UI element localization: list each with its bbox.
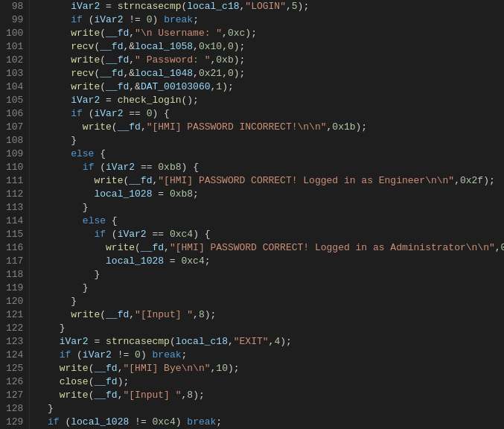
code-line-124: if (iVar2 != 0) break; (36, 349, 504, 362)
code-line-126: close(__fd); (36, 375, 504, 389)
line-num-127: 127 (6, 389, 23, 402)
code-line-112: local_1028 = 0xb8; (36, 188, 504, 201)
line-num-117: 117 (6, 255, 23, 268)
line-num-112: 112 (6, 188, 23, 201)
code-line-115: if (iVar2 == 0xc4) { (36, 228, 504, 241)
code-line-100: write(__fd,"\n Username: ",0xc); (36, 27, 504, 40)
line-num-111: 111 (6, 174, 23, 188)
line-num-120: 120 (6, 295, 23, 308)
line-num-116: 116 (6, 241, 23, 255)
code-line-117: local_1028 = 0xc4; (36, 255, 504, 268)
line-num-129: 129 (6, 416, 23, 429)
code-line-98: iVar2 = strncasecmp(local_c18,"LOGIN",5)… (36, 0, 504, 13)
code-line-102: write(__fd," Password: ",0xb); (36, 54, 504, 67)
code-line-99: if (iVar2 != 0) break; (36, 13, 504, 27)
line-num-115: 115 (6, 228, 23, 241)
line-num-122: 122 (6, 322, 23, 335)
code-line-127: write(__fd,"[Input] ",8); (36, 389, 504, 402)
code-viewer: 98 99 100 101 102 103 104 105 106 107 10… (0, 0, 504, 429)
line-num-104: 104 (6, 80, 23, 94)
code-line-120: } (36, 295, 504, 308)
line-num-124: 124 (6, 349, 23, 362)
line-num-128: 128 (6, 402, 23, 416)
line-num-100: 100 (6, 27, 23, 40)
line-num-99: 99 (6, 13, 23, 27)
line-num-110: 110 (6, 161, 23, 174)
code-line-106: if (iVar2 == 0) { (36, 107, 504, 121)
line-num-113: 113 (6, 201, 23, 214)
code-line-122: } (36, 322, 504, 335)
code-line-108: } (36, 134, 504, 147)
code-line-114: else { (36, 214, 504, 228)
line-num-106: 106 (6, 107, 23, 121)
code-line-104: write(__fd,&DAT_00103060,1); (36, 80, 504, 94)
code-line-119: } (36, 282, 504, 295)
code-line-123: iVar2 = strncasecmp(local_c18,"EXIT",4); (36, 335, 504, 349)
code-line-125: write(__fd,"[HMI] Bye\n\n",10); (36, 362, 504, 375)
code-content: iVar2 = strncasecmp(local_c18,"LOGIN",5)… (30, 0, 504, 429)
line-num-105: 105 (6, 94, 23, 107)
line-num-126: 126 (6, 375, 23, 389)
code-line-107: write(__fd,"[HMI] PASSWORD INCORRECT!\n\… (36, 121, 504, 134)
line-num-103: 103 (6, 67, 23, 80)
code-line-110: if (iVar2 == 0xb8) { (36, 161, 504, 174)
code-line-121: write(__fd,"[Input] ",8); (36, 308, 504, 322)
line-num-98: 98 (6, 0, 23, 13)
code-line-129: if (local_1028 != 0xc4) break; (36, 416, 504, 429)
line-num-114: 114 (6, 214, 23, 228)
code-line-128: } (36, 402, 504, 416)
line-num-125: 125 (6, 362, 23, 375)
line-num-121: 121 (6, 308, 23, 322)
line-num-108: 108 (6, 134, 23, 147)
code-line-101: recv(__fd,&local_1058,0x10,0); (36, 40, 504, 54)
line-number-gutter: 98 99 100 101 102 103 104 105 106 107 10… (0, 0, 30, 429)
code-line-116: write(__fd,"[HMI] PASSWORD CORRECT! Logg… (36, 241, 504, 255)
code-line-109: else { (36, 147, 504, 161)
line-num-118: 118 (6, 268, 23, 282)
line-num-107: 107 (6, 121, 23, 134)
code-line-111: write(__fd,"[HMI] PASSWORD CORRECT! Logg… (36, 174, 504, 188)
line-num-101: 101 (6, 40, 23, 54)
line-num-102: 102 (6, 54, 23, 67)
line-num-123: 123 (6, 335, 23, 349)
code-line-105: iVar2 = check_login(); (36, 94, 504, 107)
code-line-118: } (36, 268, 504, 282)
code-line-113: } (36, 201, 504, 214)
code-line-103: recv(__fd,&local_1048,0x21,0); (36, 67, 504, 80)
line-num-109: 109 (6, 147, 23, 161)
line-num-119: 119 (6, 282, 23, 295)
